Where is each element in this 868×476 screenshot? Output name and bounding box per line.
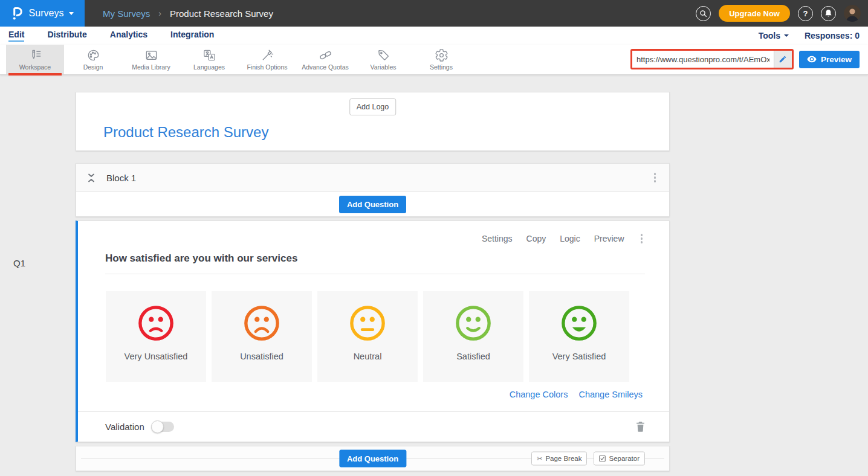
toolbar-item-advance-quotas[interactable]: Advance Quotas (296, 45, 354, 74)
smiley-grin-icon (560, 304, 598, 342)
chevron-down-icon (69, 12, 74, 15)
question-menu-button[interactable] (638, 231, 646, 246)
smiley-option-label: Neutral (354, 352, 382, 361)
toolbar-item-languages[interactable]: Languages (180, 45, 238, 74)
question-preview-link[interactable]: Preview (594, 234, 624, 243)
smiley-smile-icon (455, 304, 492, 342)
header-actions: Upgrade Now ? (696, 0, 861, 27)
footer-buttons: ✂ Page Break Separator (531, 451, 645, 465)
eye-icon (807, 56, 817, 63)
upgrade-now-button[interactable]: Upgrade Now (719, 5, 790, 22)
tab-analytics[interactable]: Analytics (110, 30, 147, 42)
question-card: SettingsCopyLogicPreview How satisfied a… (76, 220, 670, 442)
responses-count: Responses: 0 (805, 31, 860, 40)
edit-url-button[interactable] (774, 51, 792, 68)
survey-url-box (630, 49, 794, 69)
smiley-option-label: Unsatisfied (240, 352, 283, 361)
tools-label: Tools (759, 31, 780, 40)
top-header: Surveys My Surveys › Product Research Su… (0, 0, 868, 27)
survey-title[interactable]: Product Research Survey (103, 124, 268, 141)
smiley-option-unsatisfied[interactable]: Unsatisfied (212, 291, 312, 382)
question-action-links: SettingsCopyLogicPreview (482, 234, 624, 243)
checkbox-checked-icon (599, 455, 606, 462)
add-question-row-top: Add Question (76, 192, 669, 216)
add-question-button-bottom[interactable]: Add Question (339, 449, 406, 467)
block-card: Block 1 Add Question (76, 163, 670, 217)
survey-title-card: Add Logo Product Research Survey (76, 92, 670, 151)
collapse-block-icon[interactable] (87, 173, 96, 183)
validation-toggle[interactable] (152, 422, 174, 432)
delete-question-button[interactable] (636, 421, 645, 432)
search-icon (699, 10, 707, 18)
question-settings-link[interactable]: Settings (482, 234, 513, 243)
smiley-option-very-unsatisfied[interactable]: Very Unsatisfied (106, 291, 206, 382)
preview-button[interactable]: Preview (799, 51, 860, 68)
finish-options-icon (261, 48, 274, 62)
user-avatar[interactable] (844, 5, 861, 22)
languages-icon (202, 48, 216, 62)
question-copy-link[interactable]: Copy (526, 234, 546, 243)
add-question-button-top[interactable]: Add Question (339, 196, 406, 213)
block-header: Block 1 (76, 164, 669, 192)
toolbar-item-media-library[interactable]: Media Library (122, 45, 180, 74)
breadcrumb: My Surveys › Product Research Survey (103, 8, 273, 19)
page-break-button[interactable]: ✂ Page Break (531, 451, 587, 465)
smiley-option-satisfied[interactable]: Satisfied (423, 291, 523, 382)
questionpro-logo-icon (11, 5, 24, 21)
advance-quotas-icon (319, 48, 332, 62)
chevron-down-icon (784, 34, 789, 37)
breadcrumb-current-survey: Product Research Survey (170, 8, 273, 19)
toolbar-item-workspace[interactable]: Workspace (6, 45, 64, 74)
change-smileys-link[interactable]: Change Smileys (578, 390, 643, 399)
separator-button[interactable]: Separator (594, 451, 645, 465)
toolbar-item-design[interactable]: Design (64, 45, 122, 74)
survey-canvas: Add Logo Product Research Survey Block 1… (76, 92, 670, 471)
block-footer: Add Question ✂ Page Break Separator (76, 446, 670, 471)
smiley-options: Very UnsatisfiedUnsatisfiedNeutralSatisf… (106, 291, 645, 382)
survey-url-input[interactable] (632, 51, 774, 68)
smiley-option-label: Very Satisfied (552, 352, 606, 361)
smiley-option-label: Satisfied (456, 352, 490, 361)
toolbar-right: Preview (630, 49, 860, 69)
nav-right: Tools Responses: 0 (759, 31, 860, 40)
validation-label: Validation (105, 422, 144, 432)
bell-icon (824, 9, 832, 18)
nav-tabs: EditDistributeAnalyticsIntegration (8, 30, 214, 42)
toolbar-items: WorkspaceDesignMedia LibraryLanguagesFin… (6, 45, 470, 74)
toolbar-item-settings[interactable]: Settings (412, 45, 470, 74)
question-text[interactable]: How satisfied are you with our services (105, 252, 645, 274)
question-actions: SettingsCopyLogicPreview (78, 221, 669, 246)
edit-toolbar: WorkspaceDesignMedia LibraryLanguagesFin… (0, 45, 868, 75)
scissors-icon: ✂ (537, 454, 542, 462)
smiley-config-links: Change Colors Change Smileys (78, 390, 643, 399)
tab-edit[interactable]: Edit (8, 30, 24, 42)
smiley-option-very-satisfied[interactable]: Very Satisfied (529, 291, 629, 382)
tab-distribute[interactable]: Distribute (47, 30, 86, 42)
breadcrumb-separator: › (158, 8, 161, 18)
preview-label: Preview (821, 55, 852, 64)
block-menu-button[interactable] (652, 170, 659, 185)
tab-integration[interactable]: Integration (170, 30, 214, 42)
smiley-frown-deep-icon (243, 304, 280, 342)
add-logo-button[interactable]: Add Logo (349, 98, 397, 115)
smiley-flat-icon (349, 304, 386, 342)
toolbar-item-variables[interactable]: Variables (354, 45, 412, 74)
help-button[interactable]: ? (798, 6, 813, 21)
tools-menu[interactable]: Tools (759, 31, 789, 40)
app-logo-menu[interactable]: Surveys (0, 0, 85, 27)
settings-icon (435, 48, 449, 62)
survey-nav: EditDistributeAnalyticsIntegration Tools… (0, 27, 868, 45)
toolbar-item-finish-options[interactable]: Finish Options (238, 45, 296, 74)
workspace-icon (28, 48, 42, 62)
change-colors-link[interactable]: Change Colors (510, 390, 568, 399)
block-title[interactable]: Block 1 (106, 173, 136, 183)
smiley-frown-icon (137, 304, 175, 342)
notifications-button[interactable] (821, 6, 836, 21)
breadcrumb-my-surveys[interactable]: My Surveys (103, 8, 150, 19)
toggle-knob (151, 420, 164, 433)
question-logic-link[interactable]: Logic (560, 234, 580, 243)
variables-icon (377, 48, 390, 62)
pencil-icon (779, 55, 787, 63)
search-button[interactable] (696, 6, 711, 21)
smiley-option-neutral[interactable]: Neutral (317, 291, 418, 382)
